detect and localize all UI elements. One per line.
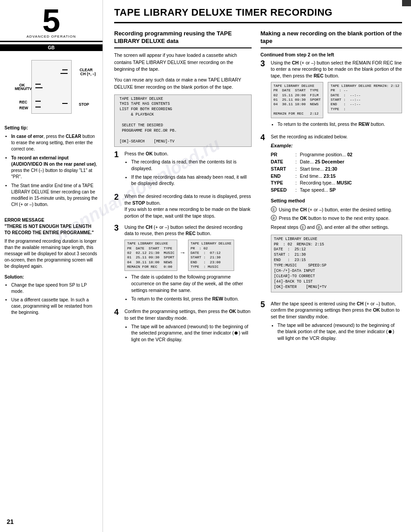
screen3b: TAPE LIBRARY DELUXE PR : 02 DATE : 07:12… xyxy=(188,240,234,271)
step1-bullet1: The recording data is read, then the con… xyxy=(131,159,252,172)
step3-number: 3 xyxy=(114,224,122,304)
left-intro2: You can reuse any such data or make a ne… xyxy=(114,77,252,91)
step3-bullet2: To return to the contents list, press th… xyxy=(131,296,252,302)
step-1: 1 Press the OK button. The recording dat… xyxy=(114,150,252,189)
device-diagram: OK MENU/TV REC REW CLEAR CH (+, –) STOP xyxy=(0,51,103,123)
arrow: → xyxy=(180,240,186,257)
main-content: TAPE LIBRARY DELUXE TIMER RECORDING Reco… xyxy=(103,0,411,358)
right-step4-content: Set the recording as indicated below. Ex… xyxy=(271,133,402,296)
error-title1: ERROR MESSAGE xyxy=(4,217,98,223)
chapter-number: 5 xyxy=(42,4,60,37)
step1-number: 1 xyxy=(114,150,122,189)
page-number: 21 xyxy=(7,518,14,525)
two-column-layout: Recording programming reusing the TAPE L… xyxy=(114,30,402,349)
step3-bullet1: The date is updated to the following pro… xyxy=(131,274,252,293)
step-3: 3 Using the CH (+ or –) button select th… xyxy=(114,224,252,304)
step3-screens: TAPE LIBRARY DELUXE PR DATE START TYPE 0… xyxy=(124,240,252,271)
right-step3-number: 3 xyxy=(261,60,269,129)
step2-content: When the desired recording data to reuse… xyxy=(124,193,252,219)
setting-tip-title: Setting tip: xyxy=(4,125,98,131)
tip-2: To record an external input (AUDIO/VIDEO… xyxy=(11,155,98,180)
screen-method: TAPE LIBRARY DELUXE PR : 02 REMAIN: 2:15… xyxy=(271,235,402,292)
circle-1: ① xyxy=(271,206,277,212)
example-table: PR : Programme position... 02 DATE : Dat… xyxy=(271,151,402,194)
right-screen-right: TAPE LIBRARY DELUXE REMAIN: 2:12 PR : --… xyxy=(328,82,402,113)
step3-content: Using the CH (+ or –) button select the … xyxy=(124,224,252,304)
step4-bullet1: The tape will be advanced (rewound) to t… xyxy=(131,323,252,343)
ex-row-pr: PR : Programme position... 02 xyxy=(271,151,402,159)
step2-number: 2 xyxy=(114,193,122,219)
rec-label: REC xyxy=(19,100,27,104)
error-message-section: ERROR MESSAGE "THERE IS NOT ENOUGH TAPE … xyxy=(0,215,103,272)
right-step5-content: After the tape speed is entered using th… xyxy=(271,300,402,343)
step4-content: Confirm the programming settings, then p… xyxy=(124,308,252,344)
solution-title: Solution: xyxy=(4,274,98,280)
tip-3: The Start time and/or End time of a TAPE… xyxy=(11,183,98,208)
screen3a: TAPE LIBRARY DELUXE PR DATE START TYPE 0… xyxy=(124,240,177,271)
solution-2: Use a different cassette tape. In such a… xyxy=(11,297,98,316)
setting-method-title: Setting method xyxy=(271,197,402,204)
step1-bullet2: If the tape recordings data has already … xyxy=(131,174,252,187)
sidebar: 5 ADVANCED OPERATION GB OK MENU/TV REC R… xyxy=(0,0,103,532)
right-column: Making a new recording on the blank port… xyxy=(261,30,402,349)
tip-1: In case of error, press the CLEAR button… xyxy=(11,133,98,152)
right-section-title: Making a new recording on the blank port… xyxy=(261,30,402,45)
left-section-title: Recording programming reusing the TAPE L… xyxy=(114,30,252,45)
ex-row-end: END : End time... 23:15 xyxy=(271,173,402,180)
solution-1: Change the tape speed from SP to LP mode… xyxy=(11,282,98,295)
right-step-4: 4 Set the recording as indicated below. … xyxy=(261,133,402,296)
error-title2: "THERE IS NOT ENOUGH TAPE LENGTH TO RECO… xyxy=(4,223,98,236)
right-step5-number: 5 xyxy=(261,300,269,343)
example-title: Example: xyxy=(271,142,402,149)
solution-section: Solution: Change the tape speed from SP … xyxy=(0,272,103,320)
left-column: Recording programming reusing the TAPE L… xyxy=(114,30,252,349)
right-step-3: 3 Using the CH (+ or –) button select th… xyxy=(261,60,402,129)
device-box: OK MENU/TV REC REW CLEAR CH (+, –) STOP xyxy=(31,60,72,114)
ex-row-start: START : Start time... 21:30 xyxy=(271,166,402,173)
chapter-label: ADVANCED OPERATION xyxy=(26,34,76,39)
step5-bullet1: The tape will be advanced (rewound) to t… xyxy=(278,322,402,342)
right-screen-left: TAPE LIBRARY DELUXE PR DATE START TYPE 0… xyxy=(271,82,324,118)
menu-label: MENU/TV xyxy=(15,86,32,91)
gb-bar: GB xyxy=(0,44,103,51)
ex-row-speed: SPEED : Tape speed... SP xyxy=(271,187,402,194)
circle-2: ② xyxy=(271,215,277,221)
ex-row-date: DATE : Date... 25 December xyxy=(271,159,402,166)
step-2: 2 When the desired recording data to reu… xyxy=(114,193,252,219)
repeat-text: Repeat steps ① and ②, and enter all the … xyxy=(271,224,402,231)
step-4: 4 Confirm the programming settings, then… xyxy=(114,308,252,344)
method-2: ② Press the OK button to move to the nex… xyxy=(271,215,402,222)
page-title: TAPE LIBRARY DELUXE TIMER RECORDING xyxy=(114,7,402,23)
setting-tip-section: Setting tip: In case of error, press the… xyxy=(0,123,103,215)
tip1-bold: In case of error xyxy=(11,134,43,139)
rew-label: REW xyxy=(19,106,28,110)
right-step-5: 5 After the tape speed is entered using … xyxy=(261,300,402,343)
step4-number: 4 xyxy=(114,308,122,344)
ch-label: CH (+, –) xyxy=(80,72,96,76)
right-step3-screens: TAPE LIBRARY DELUXE PR DATE START TYPE 0… xyxy=(271,82,402,118)
right-step3-content: Using the CH (+ or –) button select the … xyxy=(271,60,402,129)
right-step4-number: 4 xyxy=(261,133,269,296)
left-intro1: The screen will appear if you have loade… xyxy=(114,52,252,73)
error-body: If the programmed recording duration is … xyxy=(4,238,98,270)
step1-content: Press the OK button. The recording data … xyxy=(124,150,252,189)
method-1: ① Using the CH (+ or –) button, enter th… xyxy=(271,206,402,213)
right-step3-bullet1: To return to the contents list, press th… xyxy=(278,121,402,128)
stop-label: STOP xyxy=(79,102,89,107)
ex-row-type: TYPE : Recording type... MUSIC xyxy=(271,180,402,187)
chapter-header: 5 ADVANCED OPERATION xyxy=(0,0,103,42)
screen-box-1: TAPE LIBRARY DELUXE THIS TAPE HAS CONTEN… xyxy=(114,94,252,147)
continued-label: Continued from step 2 on the left xyxy=(261,52,402,57)
